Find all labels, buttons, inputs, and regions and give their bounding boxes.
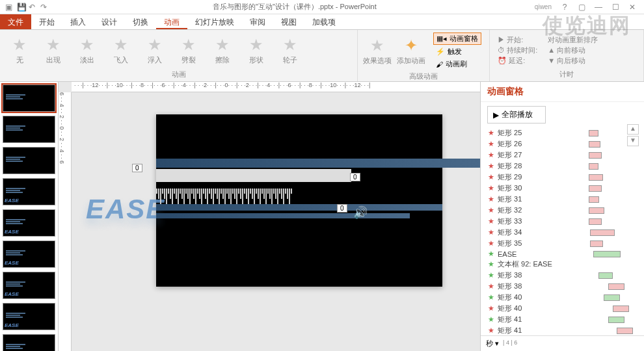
anim-擦除[interactable]: ★擦除 (207, 36, 238, 65)
play-all-button[interactable]: ▶全部播放 (487, 106, 546, 124)
ribbon-display-icon[interactable]: ▢ (574, 3, 589, 12)
animation-item[interactable]: ★矩形 32 (486, 205, 639, 216)
slide-thumbnail[interactable]: EASE (3, 178, 55, 205)
effect-options-button[interactable]: ★ 效果选项 (362, 36, 393, 66)
undo-icon[interactable]: ↶ (29, 3, 38, 12)
animation-item[interactable]: ★矩形 41 (486, 314, 639, 325)
slide-thumbnail[interactable]: EASE (3, 303, 55, 330)
shape-comb-2[interactable] (156, 188, 338, 203)
tab-动画[interactable]: 动画 (156, 14, 187, 29)
animation-item[interactable]: ★EASE (486, 249, 639, 259)
slide-thumbnail[interactable] (3, 147, 55, 174)
redo-icon[interactable]: ↷ (40, 3, 49, 12)
maximize-icon[interactable]: ☐ (608, 3, 623, 12)
anim-star-icon: ★ (487, 260, 495, 268)
animation-item[interactable]: ★文本框 92: EASE (486, 259, 639, 270)
animation-painter-button[interactable]: 🖌动画刷 (433, 58, 481, 70)
timing-start[interactable]: ▶ 开始: (498, 35, 537, 45)
anim-timeline-bar[interactable] (585, 261, 637, 268)
anim-轮子[interactable]: ★轮子 (275, 36, 306, 65)
trigger-button[interactable]: ⚡触发 (433, 46, 481, 57)
tab-审阅[interactable]: 审阅 (242, 14, 273, 29)
anim-飞入[interactable]: ★飞入 (105, 36, 137, 65)
slide-thumbnail[interactable]: EASE (3, 209, 55, 237)
anim-淡出[interactable]: ★淡出 (72, 36, 103, 65)
anim-出现[interactable]: ★出现 (38, 36, 69, 65)
anim-timeline-bar[interactable] (585, 306, 637, 312)
slide-thumbnail[interactable] (3, 84, 55, 112)
move-earlier-button[interactable]: ▲ 向前移动 (548, 46, 598, 55)
anim-timeline-bar[interactable] (585, 163, 637, 170)
anim-timeline-bar[interactable] (585, 283, 637, 290)
tab-视图[interactable]: 视图 (273, 14, 304, 29)
anim-timeline-bar[interactable] (585, 174, 637, 181)
anim-浮入[interactable]: ★浮入 (139, 36, 170, 65)
anim-timeline-bar[interactable] (585, 207, 637, 214)
tab-设计[interactable]: 设计 (94, 14, 125, 29)
animation-item[interactable]: ★矩形 31 (486, 194, 639, 205)
main-area: EASEEASEEASEEASEEASEEASEEASE · · ·|· · ·… (0, 82, 644, 351)
animation-item[interactable]: ★矩形 30 (486, 183, 639, 194)
slide-thumbnails[interactable]: EASEEASEEASEEASEEASEEASEEASE (0, 82, 59, 351)
tab-加载项[interactable]: 加载项 (304, 14, 343, 29)
anim-timeline-bar[interactable] (585, 152, 637, 159)
minimize-icon[interactable]: — (591, 3, 606, 12)
anim-timeline-bar[interactable] (585, 130, 637, 136)
slide-thumbnail[interactable]: EASE (3, 334, 55, 351)
ease-text[interactable]: EASE (86, 194, 165, 225)
timing-duration[interactable]: ⏱ 持续时间: (498, 46, 537, 55)
close-icon[interactable]: ✕ (624, 3, 640, 12)
animation-item[interactable]: ★矩形 25 (486, 127, 639, 138)
animation-item[interactable]: ★矩形 27 (486, 150, 639, 161)
watermark: 使览迪网 (543, 12, 631, 40)
slide-thumbnail[interactable]: EASE (3, 272, 55, 299)
animation-item[interactable]: ★矩形 40 (486, 292, 639, 303)
slide-thumbnail[interactable] (3, 116, 55, 143)
tab-插入[interactable]: 插入 (62, 14, 94, 29)
shape-bar-3[interactable] (156, 213, 410, 218)
tab-切换[interactable]: 切换 (125, 14, 156, 29)
add-animation-button[interactable]: ✦ 添加动画 (396, 36, 427, 66)
anim-无[interactable]: ★无 (4, 36, 35, 65)
slide-thumbnail[interactable]: EASE (3, 240, 55, 268)
tab-开始[interactable]: 开始 (31, 14, 62, 29)
animation-item[interactable]: ★矩形 28 (486, 161, 639, 172)
anim-timeline-bar[interactable] (585, 251, 637, 257)
seconds-dropdown[interactable]: 秒 ▾ (486, 339, 499, 348)
anim-timeline-bar[interactable] (585, 196, 637, 203)
anim-劈裂[interactable]: ★劈裂 (173, 36, 204, 65)
anim-timeline-bar[interactable] (585, 218, 637, 225)
animation-item[interactable]: ★矩形 26 (486, 138, 639, 150)
animation-item[interactable]: ★矩形 34 (486, 227, 639, 238)
animation-item[interactable]: ★矩形 35 (486, 238, 639, 249)
animation-item[interactable]: ★矩形 33 (486, 216, 639, 227)
anim-timeline-bar[interactable] (585, 185, 637, 192)
anim-timeline-bar[interactable] (585, 272, 637, 279)
animation-pane-button[interactable]: ▦◂动画窗格 (433, 32, 481, 45)
anim-timeline-bar[interactable] (585, 141, 637, 148)
shape-comb-1[interactable] (156, 169, 351, 182)
animation-item[interactable]: ★矩形 38 (486, 281, 639, 292)
tab-file[interactable]: 文件 (0, 14, 31, 29)
anim-star-icon: ★ (487, 184, 495, 192)
anim-形状[interactable]: ★形状 (241, 36, 272, 65)
audio-icon[interactable]: 🔊 (353, 205, 368, 220)
timing-delay[interactable]: ⏰ 延迟: (498, 56, 537, 66)
shape-bar[interactable] (156, 159, 480, 168)
animation-item[interactable]: ★矩形 29 (486, 172, 639, 183)
move-later-button[interactable]: ▼ 向后移动 (548, 56, 598, 66)
tab-幻灯片放映[interactable]: 幻灯片放映 (187, 14, 242, 29)
shape-bar-2[interactable] (156, 204, 442, 211)
animation-item[interactable]: ★矩形 41 (486, 325, 639, 335)
animation-list[interactable]: ★矩形 25★矩形 26★矩形 27★矩形 28★矩形 29★矩形 30★矩形 … (481, 127, 644, 335)
anim-timeline-bar[interactable] (585, 317, 637, 323)
slide-canvas[interactable]: · · ·|· · ·12· · ·|· · ·10· · ·|· · ·8· … (59, 82, 480, 351)
anim-timeline-bar[interactable] (585, 229, 637, 236)
anim-timeline-bar[interactable] (585, 328, 637, 334)
anim-timeline-bar[interactable] (585, 240, 637, 247)
animation-item[interactable]: ★矩形 38 (486, 270, 639, 281)
help-icon[interactable]: ? (557, 3, 572, 12)
anim-timeline-bar[interactable] (585, 294, 637, 301)
save-icon[interactable]: 💾 (17, 3, 26, 12)
animation-item[interactable]: ★矩形 40 (486, 303, 639, 314)
